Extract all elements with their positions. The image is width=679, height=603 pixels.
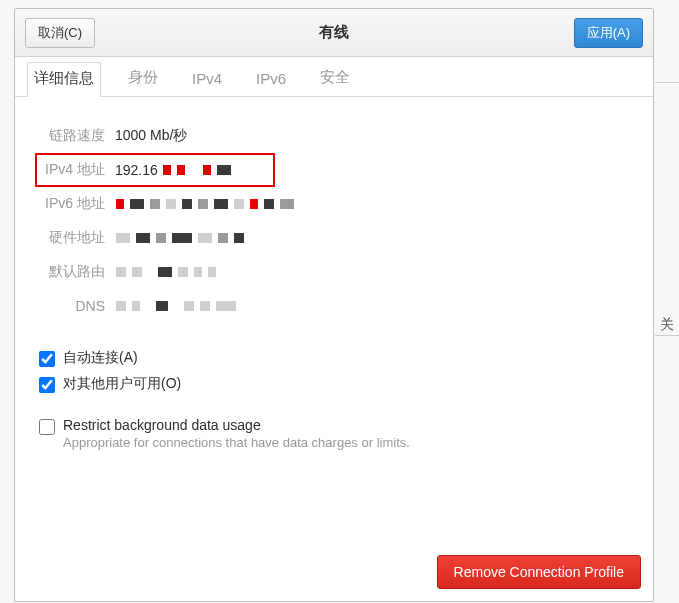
row-restrict-bg: Restrict background data usage Appropria… bbox=[39, 417, 629, 450]
row-dns: DNS bbox=[39, 289, 629, 323]
checkbox-other-users[interactable] bbox=[39, 377, 55, 393]
tab-identity[interactable]: 身份 bbox=[121, 61, 165, 96]
label-ipv6: IPv6 地址 bbox=[39, 195, 115, 213]
row-other-users: 对其他用户可用(O) bbox=[39, 375, 629, 393]
label-link-speed: 链路速度 bbox=[39, 127, 115, 145]
dialog-title: 有线 bbox=[15, 23, 653, 42]
censor-block bbox=[177, 165, 185, 175]
sublabel-restrict-bg: Appropriate for connections that have da… bbox=[63, 435, 410, 450]
tab-ipv4[interactable]: IPv4 bbox=[185, 63, 229, 96]
tab-details[interactable]: 详细信息 bbox=[27, 62, 101, 97]
label-ipv4: IPv4 地址 bbox=[39, 161, 115, 179]
label-dns: DNS bbox=[39, 298, 115, 314]
tab-security[interactable]: 安全 bbox=[313, 61, 357, 96]
label-hw: 硬件地址 bbox=[39, 229, 115, 247]
apply-button[interactable]: 应用(A) bbox=[574, 18, 643, 48]
row-ipv4-address: IPv4 地址 192.16 bbox=[35, 153, 275, 187]
network-connection-dialog: 取消(C) 有线 应用(A) 详细信息 身份 IPv4 IPv6 安全 链路速度… bbox=[14, 8, 654, 602]
value-ipv4: 192.16 bbox=[115, 162, 232, 178]
label-other-users: 对其他用户可用(O) bbox=[63, 375, 181, 393]
value-hw bbox=[115, 233, 245, 243]
censor-block bbox=[163, 165, 171, 175]
row-link-speed: 链路速度 1000 Mb/秒 bbox=[39, 119, 629, 153]
bg-under-label: 关 bbox=[660, 316, 674, 334]
row-auto-connect: 自动连接(A) bbox=[39, 349, 629, 367]
remove-connection-button[interactable]: Remove Connection Profile bbox=[437, 555, 641, 589]
row-default-route: 默认路由 bbox=[39, 255, 629, 289]
details-panel: 链路速度 1000 Mb/秒 IPv4 地址 192.16 IPv6 地址 bbox=[15, 97, 653, 543]
tabs-bar: 详细信息 身份 IPv4 IPv6 安全 bbox=[15, 57, 653, 97]
dialog-footer: Remove Connection Profile bbox=[15, 543, 653, 601]
value-link-speed: 1000 Mb/秒 bbox=[115, 127, 187, 145]
row-ipv6-address: IPv6 地址 bbox=[39, 187, 629, 221]
checkbox-auto-connect[interactable] bbox=[39, 351, 55, 367]
censor-block bbox=[217, 165, 231, 175]
label-route: 默认路由 bbox=[39, 263, 115, 281]
ipv4-visible-prefix: 192.16 bbox=[115, 162, 158, 178]
checkbox-restrict-bg[interactable] bbox=[39, 419, 55, 435]
tab-ipv6[interactable]: IPv6 bbox=[249, 63, 293, 96]
row-hw-address: 硬件地址 bbox=[39, 221, 629, 255]
label-auto-connect: 自动连接(A) bbox=[63, 349, 138, 367]
value-dns bbox=[115, 301, 237, 311]
censor-block bbox=[203, 165, 211, 175]
value-route bbox=[115, 267, 217, 277]
cancel-button[interactable]: 取消(C) bbox=[25, 18, 95, 48]
value-ipv6 bbox=[115, 199, 295, 209]
label-restrict-bg: Restrict background data usage bbox=[63, 417, 410, 433]
titlebar: 取消(C) 有线 应用(A) bbox=[15, 9, 653, 57]
